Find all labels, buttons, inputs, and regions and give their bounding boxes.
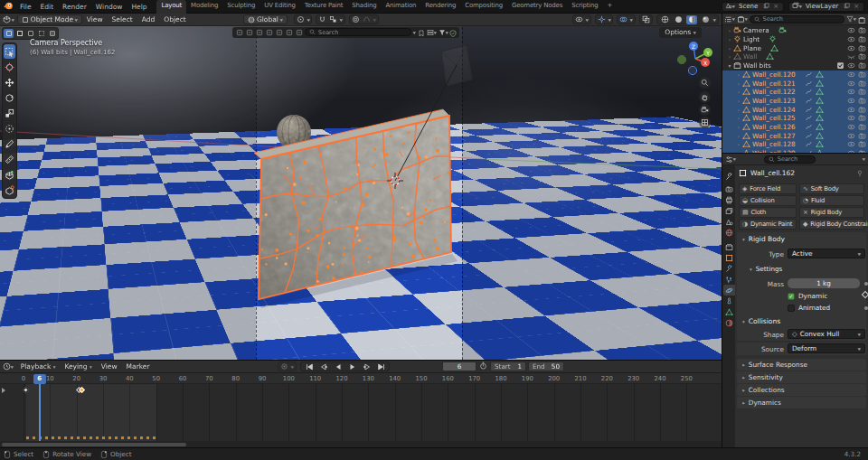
overlays-toggle[interactable]: ▾ (617, 14, 636, 24)
expand-icon[interactable]: › (735, 141, 742, 147)
toggle-eye-icon[interactable] (847, 26, 855, 34)
toggle-render-icon[interactable] (858, 26, 866, 34)
outliner-item-wall_cell-121[interactable]: ›Wall_cell.121 (722, 79, 868, 88)
select-mode-extend[interactable] (14, 29, 24, 38)
properties-tab-constraint[interactable] (723, 296, 735, 306)
toggle-eye-icon[interactable] (847, 123, 855, 131)
tool-measure[interactable] (4, 152, 15, 166)
use-preview-range-icon[interactable] (476, 361, 490, 371)
properties-editor-type-button[interactable]: ▾ (725, 155, 736, 164)
snapping-controls[interactable]: ▾ (316, 14, 345, 24)
workspace-tab-shading[interactable]: Shading (347, 0, 381, 14)
physics-button-rigid-body[interactable]: ×Rigid Body (799, 207, 864, 218)
toggle-render-icon[interactable] (858, 97, 866, 105)
tool-add-primitive[interactable] (4, 183, 15, 197)
timeline-menu-keying[interactable]: Keying ▾ (60, 362, 96, 371)
mass-animate-dot[interactable] (864, 282, 868, 286)
outliner-item-wall[interactable]: ›Wall (722, 52, 868, 61)
workspace-tab-compositing[interactable]: Compositing (460, 0, 507, 14)
workspace-tab-animation[interactable]: Animation (381, 0, 420, 14)
properties-options-caret[interactable]: ▾ (863, 156, 866, 162)
outliner-item-wall_cell-126[interactable]: ›Wall_cell.126 (722, 123, 868, 132)
properties-tab-world[interactable] (723, 227, 735, 238)
outliner-editor-type-button[interactable]: ▾ (724, 15, 735, 23)
outliner-item-wall-bits[interactable]: ▾Wall bits (722, 61, 868, 70)
channel-expander[interactable] (2, 388, 5, 393)
object-name[interactable]: Wall_cell.126 (750, 123, 797, 131)
object-name[interactable]: Wall_cell.122 (750, 88, 797, 96)
playback-play-back-button[interactable] (332, 361, 344, 371)
timeline-scrollbar[interactable] (2, 443, 186, 446)
object-name[interactable]: Plane (741, 44, 763, 52)
properties-tab-physics[interactable] (723, 285, 735, 296)
topbar-menu-help[interactable]: Help (127, 3, 151, 11)
collapsed-panel-sensitivity[interactable]: ▾Sensitivity (737, 371, 866, 383)
toggle-eye-icon[interactable] (847, 61, 855, 70)
filter-bar-icon-warn[interactable] (275, 28, 283, 36)
settings-subpanel-header[interactable]: ▾Settings (750, 265, 782, 273)
playback-play-button[interactable] (346, 361, 358, 371)
axis-neg-y-ball[interactable] (677, 55, 685, 63)
collapsed-panel-collections[interactable]: ▾Collections (737, 384, 866, 396)
editor-type-button[interactable]: ▾ (0, 15, 17, 23)
axis-gizmo[interactable]: Z Y X (677, 42, 712, 75)
toggle-eye-icon[interactable] (847, 88, 855, 96)
expand-icon[interactable]: › (735, 124, 742, 130)
physics-button-fluid[interactable]: ◔Fluid (799, 195, 864, 206)
filter-bar-icon-image[interactable] (265, 28, 273, 36)
select-mode-subtract[interactable] (25, 29, 35, 38)
shading-solid-button[interactable] (673, 15, 684, 24)
toggle-eye-icon[interactable] (847, 44, 855, 52)
timeline-tracks[interactable] (0, 384, 722, 441)
topbar-menu-edit[interactable]: Edit (36, 3, 59, 11)
properties-tab-modifier[interactable] (723, 263, 735, 274)
mass-slider[interactable]: 1 kg (788, 278, 860, 288)
properties-search-input[interactable]: Search (764, 155, 816, 164)
workspace-tab-texture-paint[interactable]: Texture Paint (300, 0, 348, 14)
toggle-render-icon[interactable] (858, 114, 866, 122)
camera-view-button[interactable] (699, 104, 711, 116)
scene-name[interactable]: Scene (735, 3, 761, 10)
outliner-item-wall_cell-127[interactable]: ›Wall_cell.127 (722, 131, 868, 140)
outliner-item-wall_cell-125[interactable]: ›Wall_cell.125 (722, 114, 868, 123)
physics-button-collision[interactable]: ◒Collision (739, 195, 797, 206)
scene-selector[interactable]: ▾ Scene × (722, 2, 784, 12)
expand-icon[interactable]: › (735, 133, 742, 139)
toggle-eye-icon[interactable] (847, 140, 855, 148)
tool-rotate[interactable] (4, 90, 15, 105)
properties-tab-tool[interactable] (723, 171, 735, 182)
viewport-menu-view[interactable]: View (82, 15, 108, 23)
pivot-point-selector[interactable]: ▾ (294, 14, 313, 24)
select-mode-invert[interactable] (36, 29, 46, 38)
toggle-render-icon[interactable] (858, 132, 866, 140)
workspace-tab-uv-editing[interactable]: UV Editing (259, 0, 300, 14)
object-name[interactable]: Wall_cell.120 (750, 70, 797, 79)
properties-tab-material[interactable] (723, 317, 735, 328)
properties-tab-particles[interactable] (723, 274, 735, 285)
toggle-check-icon[interactable] (836, 61, 844, 70)
timeline-ruler[interactable]: 0102030405060708090100110120130140150160… (0, 373, 722, 384)
object-name[interactable]: Light (741, 35, 761, 43)
viewport-menu-select[interactable]: Select (108, 15, 137, 23)
topbar-menu-render[interactable]: Render (58, 3, 91, 11)
outliner-item-camera[interactable]: ›Camera (722, 26, 868, 35)
playback-jump-start-button[interactable] (303, 361, 315, 371)
timeline-menu-view[interactable]: View (97, 362, 122, 371)
viewlayer-name[interactable]: ViewLayer (802, 3, 842, 10)
add-workspace-button[interactable]: + (603, 0, 618, 14)
physics-button-force-field[interactable]: ◈Force Field (739, 183, 797, 194)
zoom-button[interactable] (699, 77, 711, 89)
outliner-item-wall_cell-128[interactable]: ›Wall_cell.128 (722, 140, 868, 149)
tool-annotate[interactable] (4, 136, 15, 151)
show-object-types-selector[interactable]: ▾ (572, 14, 591, 24)
outliner-item-wall_cell-120[interactable]: ›Wall_cell.120 (722, 70, 868, 80)
object-name[interactable]: Wall (741, 52, 759, 61)
expand-icon[interactable]: › (726, 53, 733, 60)
outliner-item-plane[interactable]: ›Plane (722, 43, 868, 52)
collisions-panel-header[interactable]: ▾Collisions (742, 317, 780, 325)
pin-icon[interactable] (856, 170, 863, 177)
tool-select-box[interactable] (4, 44, 15, 59)
auto-keyframe-button[interactable]: ▾ (278, 361, 297, 371)
blender-logo-icon[interactable] (4, 1, 14, 13)
expand-icon[interactable]: › (735, 71, 742, 78)
